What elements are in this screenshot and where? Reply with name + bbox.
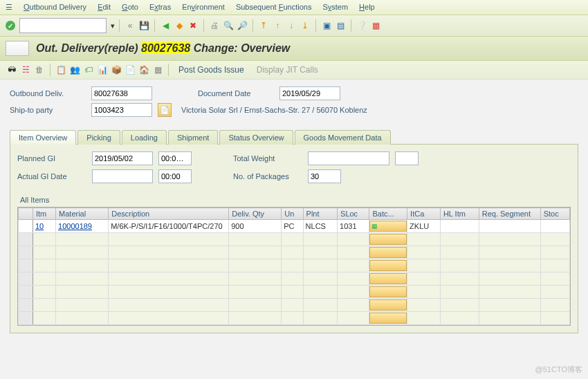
col-itca[interactable]: ItCa <box>407 208 441 220</box>
tw-input[interactable] <box>308 151 389 165</box>
tab-shipment[interactable]: Shipment <box>168 130 218 145</box>
cell-sloc: 1031 <box>338 220 369 233</box>
delete-icon[interactable]: 🗑 <box>33 64 46 76</box>
shortcut-icon[interactable]: ▤ <box>334 19 347 32</box>
command-field[interactable] <box>19 18 107 33</box>
tab-panel: Planned GI Actual GI Date Total Weight <box>10 144 578 333</box>
col-desc[interactable]: Description <box>109 208 229 220</box>
actual-time-input[interactable] <box>158 169 192 183</box>
tw-unit-input[interactable] <box>395 151 419 165</box>
menu-edit[interactable]: Edit <box>98 3 111 12</box>
session-icon[interactable]: ▣ <box>320 19 333 32</box>
back-icon[interactable]: « <box>124 19 136 32</box>
help-icon[interactable]: ❔ <box>356 19 368 32</box>
batch-button[interactable] <box>369 221 407 232</box>
print-icon[interactable]: 🖨 <box>208 19 221 32</box>
tw-label: Total Weight <box>233 154 302 163</box>
col-qty[interactable]: Deliv. Qty <box>229 208 282 220</box>
tb-g-icon[interactable]: 🏠 <box>138 64 150 76</box>
first-icon[interactable]: ⤒ <box>257 19 270 32</box>
enter-icon[interactable]: ✓ <box>6 21 15 30</box>
table-row <box>19 259 570 272</box>
last-icon[interactable]: ⤓ <box>299 19 311 32</box>
next-icon[interactable]: ↓ <box>285 19 297 32</box>
menu-extras[interactable]: Extras <box>149 3 171 12</box>
pkg-input[interactable] <box>308 169 341 183</box>
display-icon[interactable]: 🕶 <box>6 64 18 76</box>
col-mat[interactable]: Material <box>56 208 109 220</box>
batch-button[interactable] <box>369 273 407 284</box>
menu-subfn[interactable]: Subsequent Functions <box>236 3 312 12</box>
menu-system[interactable]: System <box>322 3 348 12</box>
batch-button[interactable] <box>369 260 407 271</box>
menu-environment[interactable]: Environment <box>182 3 225 12</box>
menu-bar: ☰ OOutbound Deliveryutbound Delivery Edi… <box>0 0 588 15</box>
cell-itm[interactable]: 10 <box>35 222 44 230</box>
outdeliv-input[interactable] <box>91 86 152 100</box>
menu-goto[interactable]: Goto <box>122 3 138 12</box>
menu-toggle-icon[interactable]: ☰ <box>6 3 12 12</box>
table-row <box>19 286 570 299</box>
col-req[interactable]: Req. Segment <box>479 208 540 220</box>
tab-item-overview[interactable]: Item Overview <box>10 130 76 145</box>
planned-label: Planned GI <box>17 154 86 163</box>
layout-icon[interactable]: ▦ <box>369 19 382 32</box>
tb-d-icon[interactable]: 📊 <box>96 64 109 76</box>
back2-icon[interactable]: ◀ <box>159 19 172 32</box>
cell-itca: ZKLU <box>407 220 441 233</box>
col-hl[interactable]: HL Itm <box>440 208 479 220</box>
tb-f-icon[interactable]: 📄 <box>124 64 136 76</box>
content-area: Outbound Deliv. Document Date Ship-to pa… <box>0 80 588 340</box>
prev-icon[interactable]: ↑ <box>271 19 284 32</box>
tb-b-icon[interactable]: 👥 <box>68 64 81 76</box>
tb-a-icon[interactable]: 📋 <box>55 64 67 76</box>
shipto-label: Ship-to party <box>10 106 86 114</box>
tb-c-icon[interactable]: 🏷 <box>82 64 95 76</box>
batch-button[interactable] <box>369 234 407 245</box>
shipto-doc-icon[interactable]: 📄 <box>158 103 172 117</box>
items-grid[interactable]: Itm Material Description Deliv. Qty Un P… <box>17 207 571 326</box>
findnext-icon[interactable]: 🔎 <box>236 19 248 32</box>
docdate-input[interactable] <box>279 86 340 100</box>
tb-h-icon[interactable]: ▦ <box>151 64 164 76</box>
tab-loading[interactable]: Loading <box>122 130 167 145</box>
planned-date-input[interactable] <box>92 151 153 165</box>
save-icon[interactable]: 💾 <box>138 19 150 32</box>
outdeliv-label: Outbound Deliv. <box>10 89 86 98</box>
col-sloc[interactable]: SLoc <box>338 208 369 220</box>
planned-time-input[interactable] <box>158 151 192 165</box>
batch-button[interactable] <box>369 299 407 311</box>
table-row <box>19 246 570 259</box>
cell-qty[interactable]: 900 <box>229 220 282 233</box>
tab-strip: Item Overview Picking Loading Shipment S… <box>10 129 578 144</box>
batch-button[interactable] <box>369 313 407 324</box>
tab-picking[interactable]: Picking <box>77 130 120 145</box>
batch-button[interactable] <box>369 286 407 297</box>
table-row[interactable]: 10 10000189 M/6K-P/S/I1/F16/1000/T4PC/27… <box>19 220 570 233</box>
tab-status[interactable]: Status Overview <box>219 130 293 145</box>
col-stoc[interactable]: Stoc <box>540 208 569 220</box>
batch-button[interactable] <box>369 247 407 258</box>
col-batc[interactable]: Batc... <box>369 208 407 220</box>
app-toolbar: 🕶 ☵ 🗑 📋 👥 🏷 📊 📦 📄 🏠 ▦ Post Goods Issue D… <box>0 61 588 80</box>
table-row <box>19 299 570 312</box>
menu-help[interactable]: Help <box>359 3 375 12</box>
headerdet-icon[interactable]: ☵ <box>19 64 32 76</box>
exit-icon[interactable]: ◆ <box>173 19 185 32</box>
dropdown-icon[interactable]: ▾ <box>111 21 115 30</box>
menu-outbound[interactable]: OOutbound Deliveryutbound Delivery <box>24 3 86 12</box>
jit-button: Display JIT Calls <box>251 65 324 75</box>
col-un[interactable]: Un <box>282 208 303 220</box>
col-itm[interactable]: Itm <box>33 208 56 220</box>
cancel-icon[interactable]: ✖ <box>187 19 199 32</box>
cell-mat[interactable]: 10000189 <box>58 222 92 230</box>
cell-un: PC <box>282 220 303 233</box>
find-icon[interactable]: 🔍 <box>222 19 235 32</box>
tab-gmd[interactable]: Goods Movement Data <box>295 130 391 145</box>
actual-date-input[interactable] <box>92 169 153 183</box>
table-row <box>19 233 570 246</box>
col-plnt[interactable]: Plnt <box>303 208 337 220</box>
pgi-button[interactable]: Post Goods Issue <box>173 65 250 75</box>
tb-e-icon[interactable]: 📦 <box>110 64 122 76</box>
shipto-input[interactable] <box>91 103 152 117</box>
